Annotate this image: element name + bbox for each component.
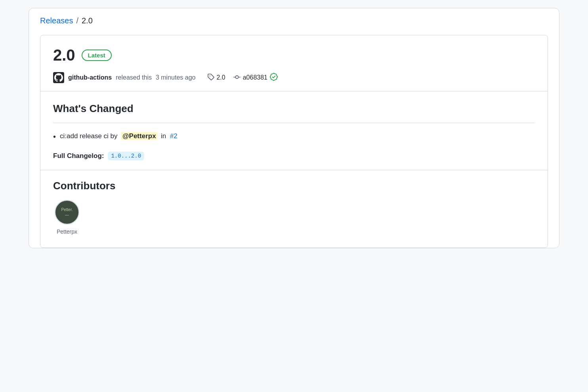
release-meta: github-actions released this 3 minutes a…: [53, 72, 535, 83]
page-wrapper: Releases / 2.0 2.0 Latest github-actions…: [29, 8, 559, 248]
breadcrumb: Releases / 2.0: [29, 8, 559, 32]
release-version: 2.0: [53, 46, 75, 64]
release-text: released this: [116, 74, 152, 81]
changelog-text: ci:add release ci by @Petterpx in #2: [60, 131, 178, 141]
whats-changed-title: What's Changed: [53, 103, 535, 115]
time-ago: 3 minutes ago: [156, 74, 196, 81]
list-item: • ci:add release ci by @Petterpx in #2: [53, 131, 535, 142]
bullet: •: [53, 131, 56, 142]
github-actions-avatar: [53, 72, 64, 83]
changelog-prefix: ci:add release ci by: [60, 132, 118, 140]
release-header: 2.0 Latest github-actions released this …: [40, 35, 548, 91]
full-changelog-label: Full Changelog:: [53, 152, 104, 160]
release-title-row: 2.0 Latest: [53, 46, 535, 64]
contributor-avatar: Petter. —: [55, 200, 79, 225]
mention-in: in: [161, 132, 166, 140]
contributor-item: Petter. — Petterpx: [53, 200, 81, 235]
contributors-section: Contributors Petter. — Petterpx: [40, 170, 548, 247]
breadcrumb-separator: /: [76, 16, 78, 25]
commit-section: a068381: [233, 73, 278, 83]
tag-section: 2.0: [207, 73, 225, 82]
pr-link[interactable]: #2: [170, 132, 178, 140]
actor-name: github-actions: [68, 74, 112, 81]
tag-icon: [207, 73, 214, 82]
release-card: 2.0 Latest github-actions released this …: [40, 35, 548, 248]
avatar-inner: Petter. —: [61, 207, 73, 217]
commit-icon: [233, 74, 241, 82]
contributors-title: Contributors: [53, 180, 535, 192]
commit-hash: a068381: [243, 74, 267, 81]
verified-icon: [270, 73, 278, 83]
whats-changed-section: What's Changed • ci:add release ci by @P…: [40, 91, 548, 170]
changelog-link[interactable]: 1.0...2.0: [108, 152, 144, 160]
latest-badge: Latest: [82, 49, 112, 61]
mention: @Petterpx: [121, 132, 157, 140]
breadcrumb-current: 2.0: [82, 16, 93, 25]
section-divider-2: [53, 123, 535, 123]
full-changelog-row: Full Changelog: 1.0...2.0: [53, 152, 535, 160]
tag-name: 2.0: [216, 74, 225, 81]
contributor-name: Petterpx: [57, 228, 77, 235]
changelog-list: • ci:add release ci by @Petterpx in #2: [53, 131, 535, 142]
releases-link[interactable]: Releases: [40, 16, 73, 25]
